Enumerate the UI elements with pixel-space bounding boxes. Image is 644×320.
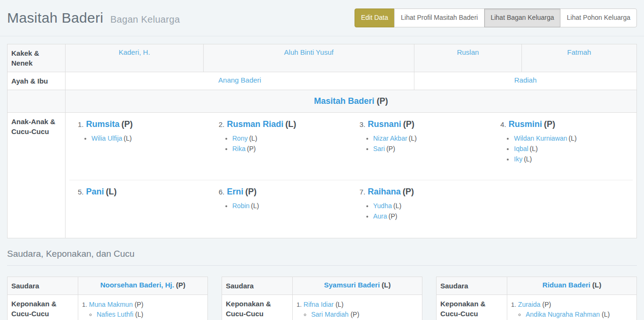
person-name: Masitah Baderi — [7, 10, 103, 25]
children-row: Anak-Anak & Cucu-Cucu 1.Rumsita(P) Wilia… — [8, 113, 637, 238]
self-name-link[interactable]: Masitah Baderi — [314, 96, 374, 106]
nephew-child-link[interactable]: Sari Mardiah — [311, 311, 348, 318]
grandchild-link[interactable]: Yudha — [373, 202, 392, 210]
nephew-child-item: Andika Nugraha Rahman(L) — [526, 309, 633, 320]
gender-tag: (L) — [569, 135, 577, 142]
siblings-section-title: Saudara, Keponakan, dan Cucu — [7, 249, 637, 266]
grandparent-link[interactable]: Kaderi, H. — [119, 48, 150, 56]
nephew-child-link[interactable]: Nafies Luthfi — [97, 311, 133, 318]
sibling-label: Saudara — [8, 277, 78, 295]
grandchild-item: Wildan Kurniawan(L) — [514, 133, 633, 143]
mother-link[interactable]: Radiah — [514, 76, 537, 84]
grandchild-link[interactable]: Robin — [232, 202, 250, 210]
sibling-name-link[interactable]: Riduan Baderi — [543, 281, 591, 289]
gender-tag: (L) — [249, 135, 257, 142]
children-grid-row-1: 1.Rumsita(P) Wilia Ulfija(L) 2.Rusman Ri… — [66, 113, 636, 180]
nephew-number: 1. — [511, 301, 516, 308]
nephews-cell: 1.Zuraida(P) Andika Nugraha Rahman(L) — [507, 295, 637, 320]
nephews-label: Keponakan & Cucu-Cucu — [437, 295, 507, 320]
grandparent-cell: Aluh Binti Yusuf — [204, 44, 414, 72]
grandparent-link[interactable]: Aluh Binti Yusuf — [284, 48, 334, 56]
gender-tag: (L) — [393, 202, 401, 210]
sibling-name-cell: Noorsehan Baderi, Hj.(P) — [78, 277, 208, 295]
grandchild-link[interactable]: Iqbal — [514, 145, 528, 152]
sibling-header-row: Saudara Noorsehan Baderi, Hj.(P) — [8, 277, 208, 295]
gender-tag: (P) — [350, 311, 359, 318]
child-number: 7. — [360, 188, 366, 196]
child-entry: 3.Rusnani(P) Nizar Akbar(L) Sari(P) — [351, 115, 492, 178]
grandchildren-list: Yudha(L) Aura(P) — [365, 201, 492, 221]
sibling-name-cell: Syamsuri Baderi(L) — [293, 277, 422, 295]
grandchild-link[interactable]: Aura — [373, 212, 388, 220]
grandparent-cell: Ruslan — [414, 44, 522, 72]
edit-data-button[interactable]: Edit Data — [355, 8, 395, 27]
nephews-row: Keponakan & Cucu-Cucu 1.Zuraida(P) Andik… — [437, 295, 637, 320]
gender-tag: (P) — [377, 96, 388, 106]
gender-tag: (P) — [388, 212, 397, 220]
grandchild-link[interactable]: Wilia Ulfija — [91, 135, 122, 142]
gender-tag: (L) — [592, 281, 601, 289]
child-entry: 2.Rusman Riadi(L) Rony(L) Rika(P) — [210, 115, 351, 178]
main-content: Kakek & Nenek Kaderi, H. Aluh Binti Yusu… — [0, 44, 644, 320]
children-grid-row-2: 5.Pani(L) 6.Erni(P) Robin(L) 7.Raiha — [69, 180, 633, 238]
child-entry: 4.Rusmini(P) Wildan Kurniawan(L) Iqbal(L… — [492, 115, 633, 178]
gender-tag: (L) — [336, 301, 344, 308]
sibling-label: Saudara — [437, 277, 507, 295]
gender-tag: (L) — [251, 202, 259, 210]
grandchild-item: Iky(L) — [514, 154, 633, 164]
gender-tag: (P) — [247, 145, 256, 152]
child-entry: 6.Erni(P) Robin(L) — [210, 182, 351, 236]
view-family-chart-button[interactable]: Lihat Bagan Keluarga — [484, 8, 561, 27]
grandchild-link[interactable]: Sari — [373, 145, 385, 152]
father-link[interactable]: Anang Baderi — [218, 76, 261, 84]
child-name-link[interactable]: Rusman Riadi — [227, 119, 283, 129]
nephews-label: Keponakan & Cucu-Cucu — [8, 295, 78, 320]
sibling-name-link[interactable]: Noorsehan Baderi, Hj. — [100, 281, 174, 289]
sibling-name-cell: Riduan Baderi(L) — [507, 277, 637, 295]
gender-tag: (P) — [245, 187, 256, 196]
gender-tag: (P) — [134, 301, 143, 308]
child-name-link[interactable]: Pani — [86, 187, 104, 196]
child-name-link[interactable]: Raihana — [368, 187, 401, 196]
child-number: 5. — [78, 188, 84, 196]
grandchild-item: Sari(P) — [373, 143, 492, 154]
sibling-name-link[interactable]: Syamsuri Baderi — [324, 281, 380, 289]
grandchild-link[interactable]: Wildan Kurniawan — [514, 135, 567, 142]
child-number: 6. — [219, 188, 225, 196]
child-name-link[interactable]: Rusnani — [368, 119, 401, 129]
nephew-name-link[interactable]: Rifna Idiar — [304, 301, 334, 308]
header-button-group: Edit Data Lihat Profil Masitah Baderi Li… — [355, 8, 637, 27]
gender-tag: (L) — [602, 311, 610, 318]
nephew-children-list: Andika Nugraha Rahman(L) — [518, 309, 633, 320]
grandparent-link[interactable]: Ruslan — [457, 48, 479, 56]
child-name-link[interactable]: Rumsita — [86, 119, 120, 129]
grandchildren-list: Wilia Ulfija(L) — [83, 133, 210, 143]
grandchild-item: Aura(P) — [373, 211, 492, 221]
nephew-entry: 1.Muna Makmun(P) Nafies Luthfi(L) — [82, 301, 204, 320]
nephew-entry: 1.Rifna Idiar(L) Sari Mardiah(P) — [297, 301, 418, 320]
child-name-link[interactable]: Erni — [227, 187, 243, 196]
view-family-tree-button[interactable]: Lihat Pohon Keluarga — [560, 8, 637, 27]
grandparent-link[interactable]: Fatmah — [567, 48, 591, 56]
grandchildren-list: Robin(L) — [224, 201, 351, 211]
grandchild-link[interactable]: Iky — [514, 155, 522, 163]
nephew-number: 1. — [297, 301, 302, 308]
view-profile-button[interactable]: Lihat Profil Masitah Baderi — [394, 8, 484, 27]
sibling-header-row: Saudara Riduan Baderi(L) — [437, 277, 637, 295]
child-name-link[interactable]: Rusmini — [509, 119, 542, 129]
grandchild-item: Rony(L) — [232, 133, 351, 143]
nephews-label: Keponakan & Cucu-Cucu — [222, 295, 293, 320]
grandchildren-list: Rony(L) Rika(P) — [224, 133, 351, 154]
parents-label: Ayah & Ibu — [8, 72, 66, 90]
nephew-name-link[interactable]: Zuraida — [518, 301, 540, 308]
grandchild-link[interactable]: Nizar Akbar — [373, 135, 407, 142]
nephew-child-item: Nafies Luthfi(L) — [97, 309, 204, 320]
nephew-child-link[interactable]: Andika Nugraha Rahman — [526, 311, 600, 318]
nephew-name-link[interactable]: Muna Makmun — [89, 301, 133, 308]
gender-tag: (L) — [135, 311, 143, 318]
gender-tag: (P) — [542, 301, 551, 308]
grandchild-link[interactable]: Rony — [232, 135, 248, 142]
grandchild-item: Iqbal(L) — [514, 143, 633, 154]
grandchild-item: Rika(P) — [232, 143, 351, 154]
grandchild-link[interactable]: Rika — [232, 145, 246, 152]
